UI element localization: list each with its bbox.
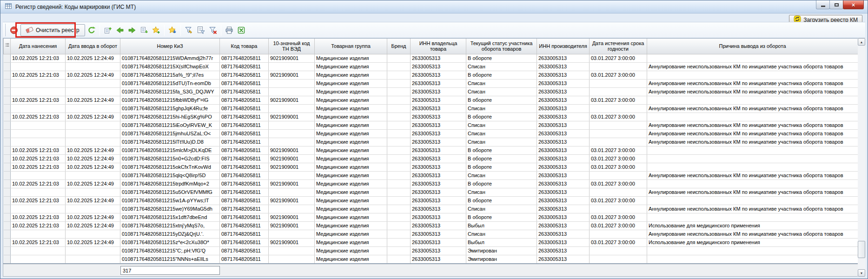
cell-participant-status[interactable]: В обороте [466, 96, 537, 104]
cell-tnved-code[interactable] [269, 121, 315, 129]
table-row[interactable]: 10.02.2025 12:21:0310.02.2025 12:24:4901… [4, 163, 858, 171]
cell-expiry-date[interactable] [590, 79, 647, 87]
record-count[interactable]: 317 [120, 266, 220, 275]
cell-expiry-date[interactable] [590, 255, 647, 263]
cell-owner-inn[interactable]: 2633005313 [411, 238, 466, 246]
cell-brand[interactable] [387, 129, 411, 138]
cell-participant-status[interactable]: В обороте [466, 154, 537, 163]
cell-tnved-code[interactable] [269, 255, 315, 263]
cell-participant-status[interactable]: Выбыл [466, 238, 537, 246]
cell-date-in-circulation[interactable]: 10.02.2025 12:24:49 [66, 221, 120, 230]
cell-tnved-code[interactable]: 9021909001 [269, 238, 315, 246]
cell-selector[interactable] [4, 238, 11, 246]
cell-kiz-number[interactable]: 0108717648205811215a%_!9";il7es [120, 71, 220, 79]
cell-date-applied[interactable] [11, 104, 66, 113]
cell-owner-inn[interactable]: 2633005313 [411, 188, 466, 196]
cell-kiz-number[interactable]: 0108717648205811215n0+G2cdD:FIS [120, 154, 220, 163]
cell-producer-inn[interactable]: 2633005313 [537, 121, 590, 129]
cell-expiry-date[interactable]: 03.01.2027 3:00:00 [590, 163, 647, 171]
cell-kiz-number[interactable]: 0108717648205811215dTU)Tn-eomDb [120, 79, 220, 87]
cell-tnved-code[interactable] [269, 104, 315, 113]
cell-expiry-date[interactable] [590, 246, 647, 255]
cell-producer-inn[interactable]: 2633005313 [537, 255, 590, 263]
cell-participant-status[interactable]: Списан [466, 121, 537, 129]
cell-withdrawal-reason[interactable]: Аннулирование неиспользованных КМ по ини… [647, 138, 858, 146]
clear-registry-button[interactable]: Очистить реестр [20, 24, 85, 36]
column-header-owner-inn[interactable]: ИНН владельца товара [411, 39, 466, 54]
cell-tnved-code[interactable] [269, 79, 315, 87]
cell-selector[interactable] [4, 246, 11, 255]
cell-kiz-number[interactable]: 0108717648205811215fa_S3G_DQJWY [120, 87, 220, 96]
cell-producer-inn[interactable]: 2633005313 [537, 71, 590, 79]
table-row[interactable]: 0108717648205811215yDZj&QrjU.'.087176482… [4, 230, 858, 238]
cell-kiz-number[interactable]: 0108717648205811215iEoOylRVEW_K [120, 121, 220, 129]
filter-clear-button[interactable] [207, 24, 219, 36]
cell-selector[interactable] [4, 255, 11, 263]
cell-date-applied[interactable] [11, 129, 66, 138]
cell-product-code[interactable]: 08717648205811 [220, 71, 269, 79]
cell-expiry-date[interactable]: 03.01.2027 3:00:00 [590, 179, 647, 188]
cell-product-code[interactable]: 08717648205811 [220, 238, 269, 246]
cell-expiry-date[interactable] [590, 121, 647, 129]
cell-date-in-circulation[interactable]: 10.02.2025 12:24:49 [66, 163, 120, 171]
scroll-down-button[interactable]: ▼ [858, 269, 865, 277]
column-header-withdrawal-reason[interactable]: Причина вывода из оборота [647, 39, 858, 54]
cell-participant-status[interactable]: В обороте [466, 54, 537, 62]
cell-product-group[interactable]: Медицинские изделия [315, 238, 387, 246]
table-row[interactable]: 10.02.2025 12:21:0310.02.2025 12:24:4901… [4, 71, 858, 79]
table-row[interactable]: 10.02.2025 12:21:0310.02.2025 12:24:4901… [4, 238, 858, 246]
cell-participant-status[interactable]: В обороте [466, 113, 537, 121]
cell-producer-inn[interactable]: 2633005313 [537, 246, 590, 255]
filter-list-button[interactable] [195, 24, 206, 36]
cell-selector[interactable] [4, 121, 11, 129]
cell-owner-inn[interactable]: 2633005313 [411, 79, 466, 87]
cell-product-group[interactable]: Медицинские изделия [315, 196, 387, 205]
cell-product-code[interactable]: 08717648205811 [220, 221, 269, 230]
cell-withdrawal-reason[interactable] [647, 54, 858, 62]
column-header-expiry-date[interactable]: Дата истечения срока годности [590, 39, 647, 54]
cell-selector[interactable] [4, 221, 11, 230]
cell-owner-inn[interactable]: 2633005313 [411, 54, 466, 62]
cell-producer-inn[interactable]: 2633005313 [537, 188, 590, 196]
cell-expiry-date[interactable] [590, 104, 647, 113]
cell-owner-inn[interactable]: 2633005313 [411, 129, 466, 138]
cell-selector[interactable] [4, 87, 11, 96]
cell-date-applied[interactable] [11, 246, 66, 255]
table-row[interactable]: 0108717648205811215X(sIfChwpEoX087176482… [4, 62, 858, 71]
go-last-button[interactable] [139, 24, 150, 36]
cell-selector[interactable] [4, 71, 11, 79]
cell-brand[interactable] [387, 138, 411, 146]
scroll-thumb[interactable] [858, 241, 865, 258]
table-row[interactable]: 10.02.2025 12:21:0310.02.2025 12:24:4901… [4, 196, 858, 205]
cell-date-applied[interactable]: 10.02.2025 12:21:03 [11, 113, 66, 121]
cell-product-code[interactable]: 08717648205811 [220, 62, 269, 71]
cell-producer-inn[interactable]: 2633005313 [537, 213, 590, 221]
cell-date-applied[interactable] [11, 121, 66, 129]
cell-product-group[interactable]: Медицинские изделия [315, 146, 387, 154]
cell-producer-inn[interactable]: 2633005313 [537, 54, 590, 62]
cell-participant-status[interactable]: Списан [466, 87, 537, 96]
cell-date-applied[interactable] [11, 230, 66, 238]
cell-product-group[interactable]: Медицинские изделия [315, 87, 387, 96]
close-button[interactable]: × [843, 0, 864, 9]
cell-product-code[interactable]: 08717648205811 [220, 163, 269, 171]
cell-owner-inn[interactable]: 2633005313 [411, 62, 466, 71]
cell-brand[interactable] [387, 238, 411, 246]
cell-selector[interactable] [4, 179, 11, 188]
cell-selector[interactable] [4, 129, 11, 138]
cell-participant-status[interactable]: Эмитирован [466, 255, 537, 263]
table-row[interactable]: 0108717648205811215iEoOylRVEW_K087176482… [4, 121, 858, 129]
cell-withdrawal-reason[interactable] [647, 196, 858, 205]
cell-participant-status[interactable]: Списан [466, 79, 537, 87]
cell-withdrawal-reason[interactable] [647, 246, 858, 255]
cell-date-in-circulation[interactable]: 10.02.2025 12:24:49 [66, 213, 120, 221]
cell-brand[interactable] [387, 62, 411, 71]
cell-product-code[interactable]: 08717648205811 [220, 54, 269, 62]
cell-brand[interactable] [387, 146, 411, 154]
column-header-product-group[interactable]: Товарная группа [315, 39, 387, 54]
cell-product-code[interactable]: 08717648205811 [220, 146, 269, 154]
cell-tnved-code[interactable] [269, 138, 315, 146]
cell-product-code[interactable]: 08717648205811 [220, 154, 269, 163]
go-first-button[interactable] [102, 24, 113, 36]
cell-date-in-circulation[interactable] [66, 121, 120, 129]
